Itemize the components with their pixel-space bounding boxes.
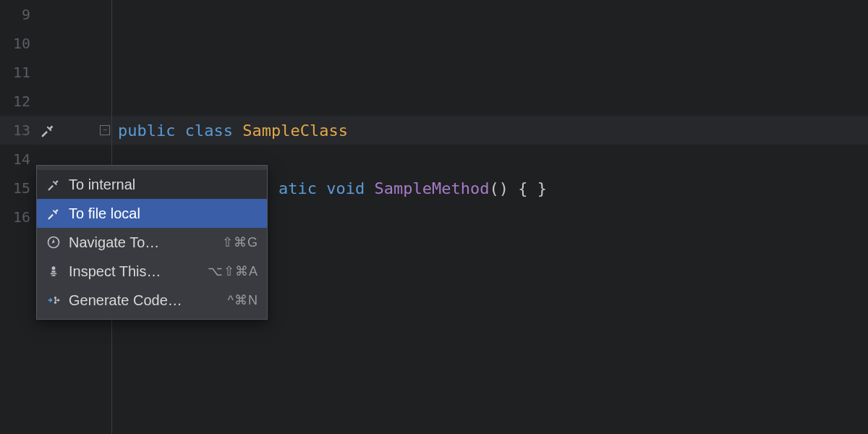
hammer-icon [46,176,61,192]
token-keyword: void [326,179,374,197]
menu-item-shortcut: ^⌘N [228,292,258,308]
menu-item-label: To file local [69,205,251,222]
code-line-current[interactable]: 13 − public class SampleClass [0,116,868,145]
menu-item-navigate-to[interactable]: Navigate To… ⇧⌘G [37,228,267,257]
fold-column [69,87,112,116]
menu-item-shortcut: ⌥⇧⌘A [208,263,258,279]
menu-item-label: Generate Code… [69,292,221,309]
token-keyword: class [185,122,242,140]
svg-rect-4 [52,275,56,276]
svg-rect-2 [52,271,56,273]
quick-fix-menu[interactable]: To internal To file local Navigate To… ⇧… [36,165,268,320]
line-number: 16 [0,208,36,226]
line-number: 10 [0,35,36,52]
token-keyword: atic [278,179,326,197]
menu-item-to-internal[interactable]: To internal [37,170,267,199]
fold-marker-icon[interactable]: − [100,125,110,135]
menu-item-label: Navigate To… [69,234,215,251]
line-number: 14 [0,150,36,168]
token-punctuation: () { } [489,179,546,197]
line-number: 13 [0,122,36,139]
code-line[interactable]: 12 [0,87,868,116]
line-number: 9 [0,6,36,23]
fold-column [69,0,112,29]
compass-icon [46,234,61,250]
code-line[interactable]: 10 [0,29,868,58]
token-keyword: public [118,122,185,140]
fold-column[interactable]: − [69,116,112,145]
menu-item-label: Inspect This… [69,263,200,280]
gutter-icon-slot[interactable] [36,122,69,138]
token-method: SampleMethod [374,179,489,197]
fold-column [69,58,112,87]
menu-item-generate-code[interactable]: Generate Code… ^⌘N [37,286,267,315]
code-editor: 9 10 11 12 13 − public class Samp [0,0,868,434]
line-number: 12 [0,93,36,110]
code-line[interactable]: 11 [0,58,868,87]
line-number: 11 [0,64,36,81]
hammer-icon [46,205,61,221]
generate-icon [46,292,61,308]
svg-rect-3 [51,273,56,275]
menu-item-inspect-this[interactable]: Inspect This… ⌥⇧⌘A [37,257,267,286]
line-number: 15 [0,179,36,197]
menu-item-to-file-local[interactable]: To file local [37,199,267,228]
fold-column [69,29,112,58]
menu-item-shortcut: ⇧⌘G [222,234,258,250]
token-type: SampleClass [242,122,348,140]
svg-point-1 [52,266,56,270]
inspector-icon [46,263,61,279]
code-content[interactable]: public class SampleClass [112,122,348,140]
code-line[interactable]: 9 [0,0,868,29]
hammer-icon[interactable] [40,122,56,138]
menu-item-label: To internal [69,176,251,193]
